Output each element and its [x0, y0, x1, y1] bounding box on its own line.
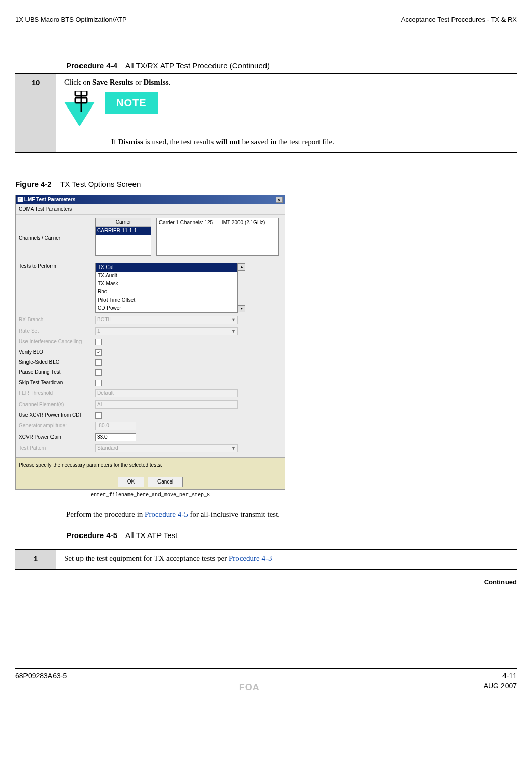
step-text-mid: or	[133, 78, 143, 86]
checkbox-single-blo[interactable]	[95, 359, 102, 366]
checkbox-verify-blo[interactable]: ✓	[95, 349, 102, 356]
svg-marker-0	[64, 102, 95, 126]
note-b1: Dismiss	[118, 138, 143, 146]
note-text: If Dismiss is used, the test results wil…	[111, 137, 512, 147]
header-left: 1X UBS Macro BTS Optimization/ATP	[15, 15, 127, 24]
note-badge: NOTE	[105, 92, 158, 114]
note-clamp-icon	[64, 91, 95, 126]
chevron-down-icon: ▼	[231, 316, 236, 324]
input-rate-set: 1▼	[95, 327, 238, 335]
procedure-4-5-table: 1 Set up the test equipment for TX accep…	[15, 543, 517, 570]
input-channel-elements: ALL	[95, 400, 238, 409]
label-test-pattern: Test Pattern	[19, 445, 95, 452]
footer-page-number: 4-11	[502, 671, 517, 681]
lmf-test-parameters-dialog: 🅼 LMF Test Parameters × CDMA Test Parame…	[15, 195, 285, 490]
step-text: Click on Save Results or Dismiss.	[64, 78, 170, 86]
tests-list[interactable]: TX Cal TX Audit TX Mask Rho Pilot Time O…	[95, 263, 238, 313]
rate-set-value: 1	[97, 327, 100, 335]
procedure-4-5-title: All TX ATP Test	[125, 531, 177, 540]
carrier-channels-box[interactable]: Carrier 1 Channels: 125 IMT-2000 (2.1GHz…	[156, 218, 279, 256]
header-right: Acceptance Test Procedures - TX & RX	[401, 15, 517, 24]
link-procedure-4-5[interactable]: Procedure 4-5	[145, 510, 188, 518]
carrier-channels-value: 125	[205, 220, 214, 225]
label-verify-blo: Verify BLO	[19, 348, 95, 356]
carrier-channels-label: Carrier 1 Channels:	[159, 220, 203, 225]
close-icon[interactable]: ×	[276, 197, 283, 203]
procedure-4-4-table: 10 Click on Save Results or Dismiss. NOT…	[15, 73, 517, 153]
note-post: be saved in the test report file.	[240, 138, 334, 146]
checkbox-pause-test[interactable]	[95, 369, 102, 376]
step-text-post: .	[169, 78, 171, 86]
test-item-pilot[interactable]: Pilot Time Offset	[96, 296, 237, 304]
test-item-txmask[interactable]: TX Mask	[96, 280, 237, 288]
dialog-hint: Please specify the necessary parameters …	[16, 457, 285, 475]
xcvr-gain-value: 33.0	[97, 433, 107, 441]
input-fer-threshold: Default	[95, 389, 238, 397]
body-para-pre: Perform the procedure in	[66, 510, 145, 518]
input-test-pattern: Standard▼	[95, 444, 238, 452]
label-channel-elements: Channel Element(s)	[19, 401, 95, 408]
note-pre: If	[111, 138, 118, 146]
screenshot-caption: enter_filename_here_and_move_per_step_8	[15, 492, 285, 499]
test-item-txcal[interactable]: TX Cal	[96, 263, 237, 272]
label-single-blo: Single-Sided BLO	[19, 359, 95, 366]
test-item-txaudit[interactable]: TX Audit	[96, 272, 237, 280]
label-channels-carrier: Channels / Carrier	[19, 235, 92, 242]
procedure-4-4-title: All TX/RX ATP Test Procedure (Continued)	[125, 61, 270, 70]
label-rx-branch: RX Branch	[19, 316, 95, 324]
note-b2: will not	[216, 138, 240, 146]
step-text-pre: Set up the test equipment for TX accepta…	[64, 554, 229, 562]
label-pause-test: Pause During Test	[19, 369, 95, 376]
step-number: 1	[15, 550, 56, 570]
rx-branch-value: BOTH	[97, 316, 112, 324]
step-number: 10	[15, 74, 56, 153]
footer-foa: FOA	[239, 681, 260, 694]
label-rate-set: Rate Set	[19, 328, 95, 335]
channel-elements-value: ALL	[97, 400, 107, 409]
step-text-b2: Dismiss	[143, 78, 168, 86]
label-use-xcvr-cdf: Use XCVR Power from CDF	[19, 412, 95, 419]
label-generator-amplitude: Generator amplitude:	[19, 422, 95, 430]
test-item-rho[interactable]: Rho	[96, 288, 237, 296]
figure-4-2-title: TX Test Options Screen	[60, 180, 141, 189]
section-cdma-params: CDMA Test Parameters	[16, 204, 285, 215]
gen-amp-value: -80.0	[97, 422, 109, 430]
note-mid: is used, the test results	[143, 138, 216, 146]
step-text-pre: Click on	[64, 78, 92, 86]
label-tests-to-perform: Tests to Perform	[19, 263, 95, 270]
carrier-band: IMT-2000 (2.1GHz)	[222, 220, 265, 225]
fer-threshold-value: Default	[97, 389, 114, 397]
checkbox-use-intf	[95, 339, 102, 345]
body-paragraph: Perform the procedure in Procedure 4-5 f…	[66, 509, 517, 520]
label-fer-threshold: FER Threshold	[19, 390, 95, 397]
carrier-selected[interactable]: CARRIER-11-1-1	[96, 227, 151, 235]
cancel-button[interactable]: Cancel	[148, 477, 183, 487]
test-pattern-value: Standard	[97, 444, 118, 452]
ok-button[interactable]: OK	[118, 477, 144, 487]
checkbox-use-xcvr-cdf[interactable]	[95, 412, 102, 419]
step-text-b1: Save Results	[92, 78, 133, 86]
footer-date: AUG 2007	[484, 681, 517, 694]
scroll-up-icon[interactable]: ▴	[238, 263, 245, 271]
checkbox-skip-teardown[interactable]	[95, 380, 102, 386]
carrier-list-header: Carrier	[96, 218, 151, 227]
input-xcvr-power-gain[interactable]: 33.0	[95, 433, 136, 441]
dialog-title: 🅼 LMF Test Parameters	[18, 196, 75, 203]
input-generator-amplitude: -80.0	[95, 422, 136, 430]
link-procedure-4-3[interactable]: Procedure 4-3	[229, 554, 272, 562]
chevron-down-icon: ▼	[231, 444, 236, 452]
figure-4-2-label: Figure 4-2	[15, 180, 52, 189]
body-para-post: for all-inclusive transmit test.	[188, 510, 280, 518]
test-item-cdpower[interactable]: CD Power	[96, 304, 237, 312]
footer-doc-number: 68P09283A63-5	[15, 671, 67, 681]
dialog-title-text: LMF Test Parameters	[24, 197, 75, 202]
procedure-4-4-label: Procedure 4-4	[66, 61, 117, 70]
input-rx-branch: BOTH▼	[95, 316, 238, 324]
carrier-list[interactable]: Carrier CARRIER-11-1-1	[95, 218, 151, 256]
procedure-4-5-label: Procedure 4-5	[66, 531, 117, 540]
label-use-intf-cancelling: Use Interference Cancelling	[19, 338, 95, 345]
chevron-down-icon: ▼	[231, 327, 236, 335]
label-skip-teardown: Skip Test Teardown	[19, 379, 95, 386]
scroll-down-icon[interactable]: ▾	[238, 305, 245, 312]
label-xcvr-power-gain: XCVR Power Gain	[19, 434, 95, 441]
